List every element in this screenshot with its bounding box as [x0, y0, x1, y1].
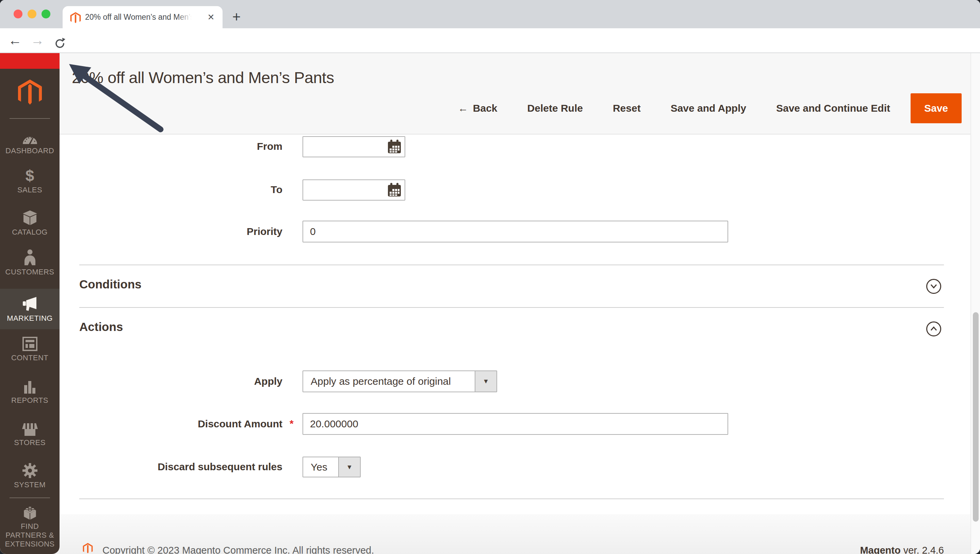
from-label: From — [60, 140, 282, 153]
magento-footer-logo — [83, 543, 93, 554]
sidebar-item-label: CUSTOMERS — [3, 268, 56, 276]
person-icon — [22, 249, 38, 266]
sidebar-item-stores[interactable]: STORES — [0, 420, 60, 447]
discard-select[interactable]: Yes ▼ — [302, 457, 361, 477]
to-field-wrap — [302, 179, 405, 201]
discard-select-value: Yes — [303, 457, 338, 477]
browser-window: 20% off all Women’s and Men’s ✕ + ← → 20… — [0, 0, 980, 554]
apply-select[interactable]: Apply as percentage of original ▼ — [302, 370, 497, 392]
sidebar-item-label: SYSTEM — [12, 481, 48, 489]
discount-amount-label: Discount Amount — [60, 418, 282, 430]
delete-rule-button[interactable]: Delete Rule — [527, 102, 583, 114]
layout-icon — [22, 335, 38, 352]
caret-down-icon[interactable]: ▼ — [475, 371, 496, 391]
sidebar-item-content[interactable]: CONTENT — [0, 335, 60, 362]
reset-button[interactable]: Reset — [613, 102, 641, 114]
to-label: To — [60, 184, 282, 196]
rule-form: From To Priority Conditions Actions Appl… — [60, 134, 970, 514]
gear-icon — [22, 462, 38, 479]
red-notification-bar — [0, 53, 60, 69]
calendar-icon[interactable] — [387, 139, 402, 154]
actions-section-title: Actions — [79, 320, 123, 334]
scrollbar-thumb[interactable] — [973, 312, 978, 522]
sidebar-item-customers[interactable]: CUSTOMERS — [0, 249, 60, 276]
bar-chart-icon — [22, 377, 38, 394]
tab-close-icon[interactable]: ✕ — [204, 6, 218, 28]
sidebar-item-catalog[interactable]: CATALOG — [0, 209, 60, 237]
section-divider — [79, 265, 944, 265]
browser-forward-icon[interactable]: → — [29, 28, 46, 53]
dollar-icon: $ — [25, 167, 34, 184]
minimize-window-icon[interactable] — [27, 10, 37, 18]
save-and-apply-button[interactable]: Save and Apply — [671, 102, 746, 114]
back-button[interactable]: ← Back — [458, 102, 498, 114]
apply-label: Apply — [60, 375, 282, 388]
actions-collapse-chevron-up-icon[interactable] — [926, 321, 941, 337]
page-title: 20% off all Women’s and Men’s Pants — [72, 68, 334, 87]
sidebar-item-label: DASHBOARD — [3, 147, 56, 155]
priority-label: Priority — [60, 225, 282, 238]
sidebar-item-sales[interactable]: $ SALES — [0, 167, 60, 195]
sidebar-divider — [10, 118, 50, 119]
from-field-wrap — [302, 136, 405, 157]
sidebar-item-label: STORES — [12, 438, 47, 447]
priority-input[interactable] — [302, 220, 728, 243]
toolbar: ← Back Delete Rule Reset Save and Apply … — [458, 93, 962, 123]
version-number: ver. 2.4.6 — [901, 545, 944, 554]
sidebar-item-label: MARKETING — [5, 314, 54, 323]
magento-favicon — [70, 12, 81, 23]
new-tab-button[interactable]: + — [229, 10, 244, 25]
browser-tab[interactable]: 20% off all Women’s and Men’s ✕ — [63, 6, 223, 28]
brick-icon — [21, 503, 38, 520]
browser-navbar: ← → — [0, 28, 980, 53]
sidebar-item-label: CONTENT — [9, 353, 50, 362]
sidebar-item-label: SALES — [15, 185, 44, 195]
browser-back-icon[interactable]: ← — [6, 28, 24, 53]
admin-sidebar: DASHBOARD $ SALES CATALOG CUSTOMERS MARK… — [0, 53, 60, 554]
calendar-icon[interactable] — [387, 182, 402, 198]
caret-down-icon[interactable]: ▼ — [338, 457, 360, 477]
tab-title-fade — [177, 8, 198, 27]
required-asterisk: * — [290, 418, 294, 429]
version-brand: Magento — [860, 545, 900, 554]
sidebar-divider — [10, 498, 50, 498]
sidebar-item-reports[interactable]: REPORTS — [0, 377, 60, 405]
version-text: Magento ver. 2.4.6 — [860, 545, 944, 554]
footer: Copyright © 2023 Magento Commerce Inc. A… — [60, 514, 980, 554]
sidebar-item-find-partners[interactable]: FIND PARTNERS & EXTENSIONS — [0, 503, 60, 549]
storefront-icon — [22, 420, 38, 436]
magento-logo[interactable] — [0, 79, 60, 109]
sidebar-item-marketing[interactable]: MARKETING — [0, 289, 60, 329]
conditions-expand-chevron-down-icon[interactable] — [926, 279, 941, 294]
sidebar-item-label: CATALOG — [10, 228, 50, 237]
discount-amount-input[interactable] — [302, 413, 728, 435]
scrollbar-track — [970, 53, 980, 554]
section-divider — [79, 307, 944, 308]
megaphone-icon — [21, 295, 38, 312]
close-window-icon[interactable] — [14, 10, 22, 18]
sidebar-item-system[interactable]: SYSTEM — [0, 462, 60, 489]
save-and-continue-button[interactable]: Save and Continue Edit — [776, 102, 890, 114]
conditions-section-title: Conditions — [79, 278, 142, 291]
apply-select-value: Apply as percentage of original — [303, 371, 475, 391]
sidebar-item-dashboard[interactable]: DASHBOARD — [0, 128, 60, 155]
sidebar-item-label: REPORTS — [9, 396, 50, 405]
copyright-text: Copyright © 2023 Magento Commerce Inc. A… — [102, 545, 374, 554]
gauge-icon — [21, 128, 38, 145]
back-button-label: Back — [473, 102, 498, 114]
box-icon — [22, 209, 38, 226]
save-button[interactable]: Save — [911, 93, 962, 123]
discard-subsequent-rules-label: Discard subsequent rules — [60, 461, 282, 473]
browser-tab-strip: 20% off all Women’s and Men’s ✕ + — [0, 0, 980, 28]
sidebar-item-label: FIND PARTNERS & EXTENSIONS — [0, 522, 60, 549]
page-header: 20% off all Women’s and Men’s Pants ← Ba… — [60, 53, 980, 134]
back-arrow-icon: ← — [458, 102, 468, 114]
fullscreen-window-icon[interactable] — [41, 10, 50, 18]
form-bottom-divider — [79, 498, 944, 499]
